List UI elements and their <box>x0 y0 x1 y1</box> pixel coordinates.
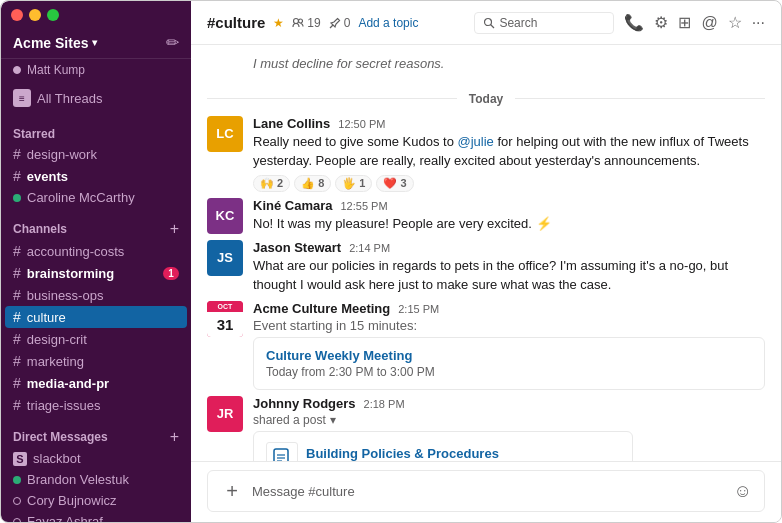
threads-icon: ≡ <box>13 89 31 107</box>
calendar-avatar: OCT 31 <box>207 301 243 337</box>
message-content: Lane Collins 12:50 PM Really need to giv… <box>253 116 765 192</box>
day-divider: Today <box>207 92 765 106</box>
sidebar-item-caroline[interactable]: Caroline McCarthy <box>1 187 191 208</box>
hash-icon: # <box>13 146 21 162</box>
reaction[interactable]: 👍8 <box>294 175 331 192</box>
message-group: OCT 31 Acme Culture Meeting 2:15 PM Even… <box>207 301 765 390</box>
traffic-lights <box>1 1 191 23</box>
header-meta: ★ 19 0 Add a topic <box>273 16 418 30</box>
compose-icon[interactable]: ✏ <box>166 33 179 52</box>
emoji-button[interactable]: ☺ <box>734 481 752 502</box>
offline-dot <box>13 497 21 505</box>
message-header: Acme Culture Meeting 2:15 PM <box>253 301 765 316</box>
sidebar-item-business-ops[interactable]: # business-ops <box>1 284 191 306</box>
offline-dot <box>13 518 21 524</box>
sidebar: Acme Sites ▾ ✏ Matt Kump ≡ All Threads S… <box>1 1 191 523</box>
message-text: What are our policies in regards to pets… <box>253 257 765 295</box>
message-group: JR Johnny Rodgers 2:18 PM shared a post … <box>207 396 765 461</box>
sidebar-item-media-and-pr[interactable]: # media-and-pr <box>1 372 191 394</box>
online-dot <box>13 194 21 202</box>
file-card-header: Building Policies & Procedures Last edit… <box>266 442 620 461</box>
sidebar-item-cory[interactable]: Cory Bujnowicz <box>1 490 191 511</box>
phone-icon[interactable]: 📞 <box>624 13 644 32</box>
sidebar-item-slackbot[interactable]: S slackbot <box>1 448 191 469</box>
online-dot <box>13 476 21 484</box>
bookmark-icon[interactable]: ☆ <box>728 13 742 32</box>
avatar: LC <box>207 116 243 152</box>
more-icon[interactable]: ··· <box>752 14 765 32</box>
message-group: LC Lane Collins 12:50 PM Really need to … <box>207 116 765 192</box>
reactions: 🙌2 👍8 🖐1 ❤️3 <box>253 175 765 192</box>
channels-section: Channels + <box>1 208 191 240</box>
mention: @julie <box>458 134 494 149</box>
sidebar-item-design-work[interactable]: # design-work <box>1 143 191 165</box>
message-header: Jason Stewart 2:14 PM <box>253 240 765 255</box>
reaction[interactable]: 🙌2 <box>253 175 290 192</box>
minimize-button[interactable] <box>29 9 41 21</box>
sidebar-item-brainstorming[interactable]: # brainstorming 1 <box>1 262 191 284</box>
file-icon <box>266 442 298 461</box>
svg-line-2 <box>330 25 333 28</box>
message-group: KC Kiné Camara 12:55 PM No! It was my pl… <box>207 198 765 234</box>
message-author: Lane Collins <box>253 116 330 131</box>
pins-count: 0 <box>329 16 351 30</box>
message-text: No! It was my pleasure! People are very … <box>253 215 765 234</box>
sidebar-item-accounting-costs[interactable]: # accounting-costs <box>1 240 191 262</box>
sidebar-item-design-crit[interactable]: # design-crit <box>1 328 191 350</box>
hash-icon: # <box>13 168 21 184</box>
close-button[interactable] <box>11 9 23 21</box>
add-channel-icon[interactable]: + <box>170 220 179 238</box>
message-text: I must decline for secret reasons. <box>253 56 444 71</box>
sidebar-item-fayaz[interactable]: Fayaz Ashraf <box>1 511 191 523</box>
message-author: Kiné Camara <box>253 198 332 213</box>
input-area: + ☺ <box>191 461 781 523</box>
at-icon[interactable]: @ <box>701 14 717 32</box>
sidebar-item-triage-issues[interactable]: # triage-issues <box>1 394 191 416</box>
event-title[interactable]: Culture Weekly Meeting <box>266 348 752 363</box>
add-attachment-button[interactable]: + <box>220 479 244 503</box>
workspace-title[interactable]: Acme Sites ▾ <box>13 35 97 51</box>
message-input[interactable] <box>252 484 726 499</box>
message-content: Acme Culture Meeting 2:15 PM Event start… <box>253 301 765 390</box>
file-name[interactable]: Building Policies & Procedures <box>306 446 499 461</box>
event-card: Culture Weekly Meeting Today from 2:30 P… <box>253 337 765 390</box>
add-topic[interactable]: Add a topic <box>358 16 418 30</box>
members-count: 19 <box>292 16 320 30</box>
starred-section: Starred <box>1 115 191 143</box>
status-dot <box>13 66 21 74</box>
hash-icon: # <box>13 309 21 325</box>
all-threads-link[interactable]: ≡ All Threads <box>1 85 191 115</box>
sidebar-item-marketing[interactable]: # marketing <box>1 350 191 372</box>
message-time: 2:18 PM <box>364 398 405 410</box>
message-group: JS Jason Stewart 2:14 PM What are our po… <box>207 240 765 295</box>
sidebar-item-brandon[interactable]: Brandon Velestuk <box>1 469 191 490</box>
grid-icon[interactable]: ⊞ <box>678 13 691 32</box>
messages-area: I must decline for secret reasons. Today… <box>191 45 781 461</box>
chevron-icon: ▾ <box>330 413 336 427</box>
reaction[interactable]: ❤️3 <box>376 175 413 192</box>
search-icon <box>483 17 495 29</box>
channel-title: #culture <box>207 14 265 31</box>
chevron-down-icon: ▾ <box>92 37 97 48</box>
shared-note: shared a post ▾ <box>253 413 765 427</box>
message-header: Johnny Rodgers 2:18 PM <box>253 396 765 411</box>
message-time: 2:15 PM <box>398 303 439 315</box>
sidebar-item-events[interactable]: # events <box>1 165 191 187</box>
reaction[interactable]: 🖐1 <box>335 175 372 192</box>
gear-icon[interactable]: ⚙ <box>654 13 668 32</box>
avatar: JR <box>207 396 243 432</box>
add-dm-icon[interactable]: + <box>170 428 179 446</box>
file-info: Building Policies & Procedures Last edit… <box>306 446 499 461</box>
svg-point-3 <box>485 18 492 25</box>
search-box[interactable]: Search <box>474 12 614 34</box>
star-icon[interactable]: ★ <box>273 16 284 30</box>
hash-icon: # <box>13 331 21 347</box>
maximize-button[interactable] <box>47 9 59 21</box>
members-icon <box>292 17 304 29</box>
hash-icon: # <box>13 353 21 369</box>
message-continuation: I must decline for secret reasons. <box>207 55 765 74</box>
sidebar-item-culture[interactable]: # culture <box>5 306 187 328</box>
sidebar-user: Matt Kump <box>1 59 191 85</box>
sidebar-scroll: Starred # design-work # events Caroline … <box>1 115 191 523</box>
message-input-box: + ☺ <box>207 470 765 512</box>
